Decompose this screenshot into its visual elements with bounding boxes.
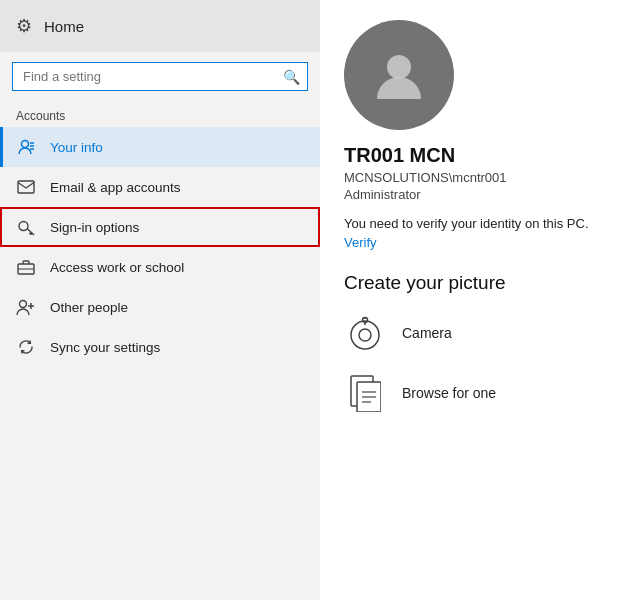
- browse-option[interactable]: Browse for one: [344, 372, 612, 414]
- person-lines-icon: [16, 137, 36, 157]
- sidebar-title: Home: [44, 18, 84, 35]
- svg-point-14: [387, 55, 411, 79]
- verify-message: You need to verify your identity on this…: [344, 216, 612, 231]
- sign-in-label: Sign-in options: [50, 220, 139, 235]
- accounts-section-label: Accounts: [0, 101, 320, 127]
- email-label: Email & app accounts: [50, 180, 181, 195]
- briefcase-icon: [16, 257, 36, 277]
- sidebar: ⚙ Home 🔍 Accounts Your info Ema: [0, 0, 320, 600]
- sidebar-item-access-work[interactable]: Access work or school: [0, 247, 320, 287]
- user-role: Administrator: [344, 187, 612, 202]
- sidebar-item-sign-in[interactable]: Sign-in options: [0, 207, 320, 247]
- gear-icon: ⚙: [16, 15, 32, 37]
- email-icon: [16, 177, 36, 197]
- access-work-label: Access work or school: [50, 260, 184, 275]
- sync-label: Sync your settings: [50, 340, 160, 355]
- person-add-icon: [16, 297, 36, 317]
- sync-icon: [16, 337, 36, 357]
- camera-option[interactable]: Camera: [344, 312, 612, 354]
- svg-point-15: [351, 321, 379, 349]
- key-icon: [16, 217, 36, 237]
- user-name: TR001 MCN: [344, 144, 612, 167]
- verify-link[interactable]: Verify: [344, 235, 612, 250]
- svg-rect-4: [18, 181, 34, 193]
- main-content: TR001 MCN MCNSOLUTIONS\mcntr001 Administ…: [320, 0, 636, 600]
- create-picture-title: Create your picture: [344, 272, 612, 294]
- camera-icon: [344, 312, 386, 354]
- search-icon: 🔍: [283, 69, 300, 85]
- other-people-label: Other people: [50, 300, 128, 315]
- search-input[interactable]: [12, 62, 308, 91]
- avatar: [344, 20, 454, 130]
- svg-point-0: [22, 141, 29, 148]
- search-box: 🔍: [12, 62, 308, 91]
- sidebar-item-email[interactable]: Email & app accounts: [0, 167, 320, 207]
- camera-label: Camera: [402, 325, 452, 341]
- sidebar-item-sync[interactable]: Sync your settings: [0, 327, 320, 367]
- browse-icon: [344, 372, 386, 414]
- browse-label: Browse for one: [402, 385, 496, 401]
- svg-point-5: [19, 222, 28, 231]
- svg-point-16: [359, 329, 371, 341]
- your-info-label: Your info: [50, 140, 103, 155]
- sidebar-header: ⚙ Home: [0, 0, 320, 52]
- sidebar-item-your-info[interactable]: Your info: [0, 127, 320, 167]
- user-domain: MCNSOLUTIONS\mcntr001: [344, 170, 612, 185]
- sidebar-item-other-people[interactable]: Other people: [0, 287, 320, 327]
- svg-point-11: [20, 301, 27, 308]
